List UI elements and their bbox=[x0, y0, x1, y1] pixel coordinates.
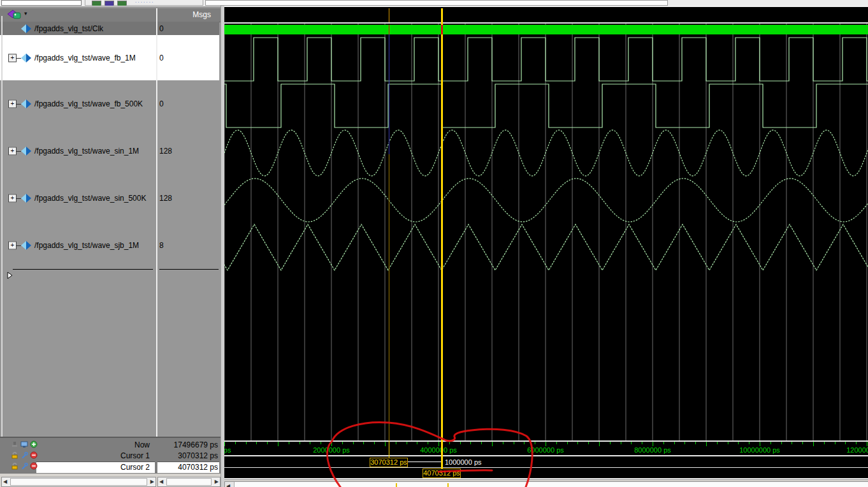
time-tick bbox=[246, 442, 247, 444]
scroll-left-icon[interactable]: ◀ bbox=[226, 483, 230, 487]
time-tick bbox=[867, 442, 867, 446]
cursor1-value: 3070312 ps bbox=[178, 451, 218, 460]
scrollbar-thumb[interactable] bbox=[234, 482, 868, 487]
cursor2-line[interactable] bbox=[441, 8, 443, 469]
signal-name: /fpgadds_vlg_tst/wave_fb_1M bbox=[34, 54, 136, 62]
toolbar-text-input[interactable] bbox=[1, 0, 82, 6]
cursor-delta-value: 1000000 ps bbox=[445, 458, 482, 467]
time-tick bbox=[674, 442, 675, 444]
cursor1-line[interactable] bbox=[389, 154, 389, 441]
time-tick bbox=[728, 442, 728, 444]
signal-value: 8 bbox=[159, 241, 164, 250]
cursor1-line[interactable] bbox=[389, 25, 389, 34]
add-cursor-icon[interactable] bbox=[30, 440, 38, 448]
time-tick bbox=[684, 442, 685, 444]
scrollbar-thumb[interactable] bbox=[10, 478, 147, 486]
time-tick bbox=[717, 442, 718, 444]
chevron-down-icon[interactable]: ▾ bbox=[24, 10, 27, 17]
time-tick bbox=[353, 442, 354, 444]
signal-diamond-icon bbox=[21, 241, 32, 250]
time-tick bbox=[770, 442, 771, 444]
cursor2-value: 4070312 ps bbox=[178, 463, 218, 472]
waveform-canvas[interactable] bbox=[224, 24, 868, 440]
signal-row-clk[interactable]: /fpgadds_vlg_tst/Clk 0 bbox=[0, 22, 219, 35]
signal-diamond-icon bbox=[21, 147, 32, 156]
cursor1-label: Cursor 1 bbox=[120, 451, 150, 460]
panel-inner-border bbox=[1, 16, 3, 487]
signal-value: 0 bbox=[159, 24, 164, 33]
delete-cursor-icon[interactable] bbox=[30, 462, 38, 470]
cursor-info-area: Now 17496679 ps Curso bbox=[0, 437, 221, 475]
time-tick bbox=[374, 442, 375, 444]
time-tick bbox=[856, 442, 857, 444]
cursor1-line[interactable] bbox=[389, 8, 389, 22]
signal-row-wave-fb-500k[interactable]: + /fpgadds_vlg_tst/wave_fb_500K 0 bbox=[0, 80, 219, 127]
time-tick bbox=[481, 442, 482, 444]
time-tick bbox=[760, 442, 760, 446]
cursor1-time-box[interactable]: 3070312 ps bbox=[370, 458, 408, 467]
column-separator[interactable] bbox=[156, 8, 157, 479]
toolbar-field[interactable] bbox=[205, 0, 668, 6]
time-tick bbox=[792, 442, 792, 444]
wave_fb_1M-trace bbox=[224, 38, 868, 81]
wrench-icon[interactable] bbox=[20, 462, 28, 470]
tree-dash bbox=[16, 151, 21, 152]
signal-row-wave-sin-500k[interactable]: + /fpgadds_vlg_tst/wave_sin_500K 128 bbox=[0, 175, 219, 222]
time-tick bbox=[824, 442, 825, 444]
delete-cursor-icon[interactable] bbox=[30, 451, 38, 459]
time-tick bbox=[749, 442, 749, 444]
scroll-left-icon[interactable]: ◀ bbox=[3, 478, 7, 485]
time-label: 6000000 ps bbox=[527, 446, 564, 454]
signal-row-wave-sjb-1m[interactable]: + /fpgadds_vlg_tst/wave_sjb_1M 8 bbox=[0, 222, 219, 269]
cursor1-line[interactable] bbox=[389, 441, 389, 458]
waveform-pane[interactable]: 0 ps2000000 ps4000000 ps6000000 ps800000… bbox=[224, 6, 868, 487]
time-tick bbox=[802, 442, 803, 444]
scroll-left-icon[interactable]: ◀ bbox=[159, 478, 163, 485]
signal-name: /fpgadds_vlg_tst/Clk bbox=[34, 24, 103, 33]
cursor2-row[interactable]: Cursor 2 4070312 ps bbox=[0, 462, 221, 473]
scroll-right-icon[interactable]: ▶ bbox=[150, 478, 154, 485]
signal-row-wave-sin-1m[interactable]: + /fpgadds_vlg_tst/wave_sin_1M 128 bbox=[0, 127, 219, 175]
cursor1-row[interactable]: Cursor 1 3070312 ps bbox=[0, 451, 221, 461]
time-tick bbox=[278, 442, 278, 446]
time-tick bbox=[738, 442, 739, 444]
cursor1-line[interactable] bbox=[389, 34, 389, 154]
scroll-right-icon[interactable]: ▶ bbox=[215, 478, 219, 485]
time-tick bbox=[567, 442, 568, 444]
insertion-pointer-icon[interactable] bbox=[7, 272, 13, 279]
signal-list-panel: ▾ Msgs /fpgadds_vlg_tst/Clk 0 + /fpgadds… bbox=[0, 6, 221, 487]
timeline-ruler[interactable]: 0 ps2000000 ps4000000 ps6000000 ps800000… bbox=[224, 442, 868, 455]
clk-trace bbox=[224, 25, 868, 34]
lock-icon[interactable] bbox=[11, 462, 18, 470]
values-scrollbar[interactable]: ◀ ▶ bbox=[157, 477, 221, 487]
now-value: 17496679 ps bbox=[174, 440, 218, 449]
tree-dash bbox=[16, 104, 21, 105]
stamp-icon[interactable] bbox=[11, 440, 18, 448]
now-label: Now bbox=[134, 440, 150, 449]
wave-group-icon[interactable] bbox=[8, 10, 24, 20]
wave_sin_500K-trace bbox=[224, 178, 868, 222]
wave-scrollbar[interactable]: ◀ bbox=[224, 481, 868, 487]
signal-value: 128 bbox=[159, 194, 172, 203]
names-scrollbar[interactable]: ◀ ▶ bbox=[1, 477, 156, 487]
lock-icon[interactable] bbox=[11, 451, 18, 459]
time-tick bbox=[514, 442, 514, 444]
time-tick bbox=[781, 442, 782, 444]
signal-row-wave-fb-1m[interactable]: + /fpgadds_vlg_tst/wave_fb_1M 0 bbox=[0, 35, 219, 80]
wave_sin_1M-trace bbox=[224, 130, 868, 176]
tree-dash bbox=[16, 198, 21, 199]
time-tick bbox=[653, 442, 653, 446]
cursor2-time-box[interactable]: 4070312 ps bbox=[423, 469, 461, 478]
monitor-icon[interactable] bbox=[20, 440, 28, 448]
time-tick bbox=[300, 442, 300, 444]
signal-value: 0 bbox=[159, 54, 164, 62]
toolbar-dotted-icon[interactable]: ······· bbox=[135, 0, 154, 4]
scrollbar-thumb[interactable] bbox=[166, 478, 212, 486]
signal-diamond-icon bbox=[21, 99, 32, 108]
time-tick bbox=[342, 442, 343, 444]
scrollbar-cursor-tick bbox=[447, 483, 449, 487]
time-tick bbox=[813, 442, 814, 446]
wrench-icon[interactable] bbox=[20, 451, 28, 459]
time-tick bbox=[385, 442, 386, 446]
time-tick bbox=[663, 442, 664, 444]
